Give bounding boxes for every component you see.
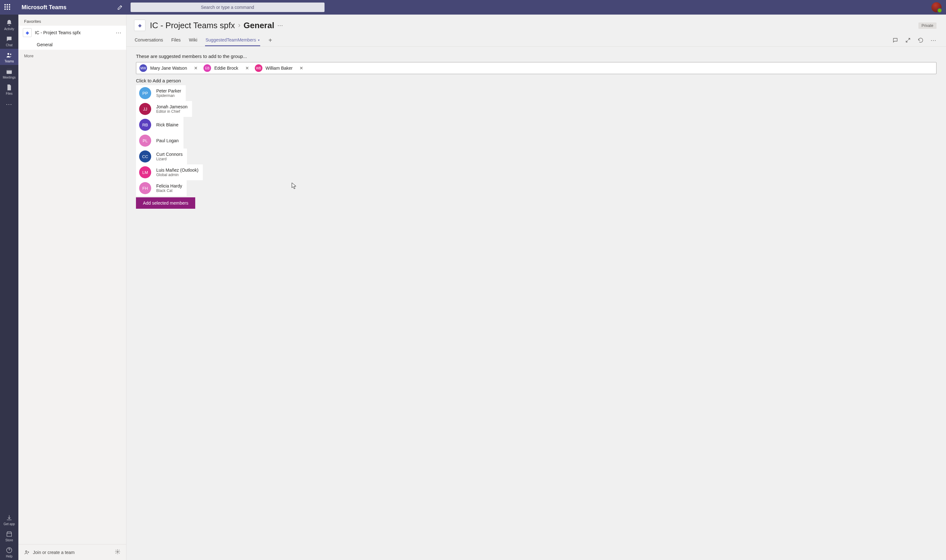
app-title: Microsoft Teams (22, 4, 66, 11)
member-name: Eddie Brock (214, 66, 238, 71)
suggestion-card[interactable]: CCCurt ConnorsLizard (136, 149, 187, 165)
suggestion-name: Paul Logan (156, 138, 179, 143)
tab-more-icon[interactable]: ⋯ (931, 37, 937, 44)
rail-item-activity[interactable]: Activity (0, 17, 18, 32)
app-rail: Activity Chat Teams Meetings Files (0, 15, 18, 560)
suggestion-card[interactable]: PLPaul Logan (136, 133, 183, 149)
panel-footer: Join or create a team (18, 544, 126, 560)
team-more-icon[interactable]: ⋯ (116, 29, 122, 36)
svg-point-6 (117, 551, 119, 553)
avatar-icon: PP (139, 87, 151, 99)
avatar-icon: JJ (139, 103, 151, 115)
refresh-icon[interactable] (918, 37, 923, 43)
rail-item-teams[interactable]: Teams (0, 49, 18, 65)
hint-text: Click to Add a person (136, 78, 937, 83)
suggestion-list: PPPeter ParkerSpidermanJJJonah JamesonEd… (136, 85, 937, 196)
rail-item-meetings[interactable]: Meetings (0, 65, 18, 81)
expand-icon[interactable] (905, 37, 911, 43)
channel-more-icon[interactable]: ⋯ (277, 22, 283, 29)
svg-point-0 (8, 53, 9, 55)
suggestion-name: Luis Mañez (Outlook) (156, 168, 199, 172)
avatar-icon: CC (139, 151, 151, 163)
add-tab-button[interactable]: + (267, 37, 274, 44)
member-name: Mary Jane Watson (150, 66, 187, 71)
tab-suggestedteammembers[interactable]: SuggestedTeamMembers ▾ (205, 34, 260, 46)
avatar-icon: WB (255, 64, 262, 72)
rail-item-chat[interactable]: Chat (0, 32, 18, 49)
selected-member-pill: MWMary Jane Watson✕ (139, 64, 199, 72)
suggestion-name: Curt Connors (156, 152, 183, 157)
team-badge-icon: ◆ (134, 20, 145, 31)
breadcrumb-channel: General (244, 21, 274, 31)
profile-avatar[interactable] (931, 2, 941, 12)
suggestion-name: Peter Parker (156, 88, 181, 94)
suggestion-name: Rick Blaine (156, 122, 179, 127)
remove-member-icon[interactable]: ✕ (193, 66, 199, 71)
rail-item-store[interactable]: Store (0, 528, 18, 544)
store-icon (5, 530, 13, 538)
add-selected-members-button[interactable]: Add selected members (136, 197, 195, 209)
tab-files[interactable]: Files (171, 34, 182, 46)
suggestion-card[interactable]: PPPeter ParkerSpiderman (136, 85, 186, 101)
rail-label: Get app (3, 522, 15, 526)
search-input[interactable]: Search or type a command (131, 3, 325, 12)
rail-label: Help (6, 555, 13, 558)
rail-label: Chat (6, 43, 12, 47)
people-add-icon (24, 549, 30, 555)
channel-header: ◆ IC - Project Teams spfx › General ⋯ Pr… (126, 15, 946, 34)
remove-member-icon[interactable]: ✕ (298, 66, 305, 71)
rail-label: Store (5, 538, 13, 542)
rail-more-icon[interactable]: ⋯ (6, 97, 13, 111)
avatar-icon: EB (203, 64, 211, 72)
reply-icon[interactable] (892, 37, 898, 43)
rail-label: Activity (4, 27, 14, 31)
join-create-team-button[interactable]: Join or create a team (24, 549, 75, 555)
suggestion-name: Jonah Jameson (156, 104, 188, 109)
privacy-badge: Private (918, 23, 937, 29)
suggestion-card[interactable]: FHFelicia HardyBlack Cat (136, 180, 186, 196)
selected-members-box[interactable]: MWMary Jane Watson✕EBEddie Brock✕WBWilli… (136, 62, 937, 74)
chevron-right-icon: › (238, 21, 240, 29)
avatar-icon: MW (139, 64, 147, 72)
tabs-row: Conversations Files Wiki SuggestedTeamMe… (126, 34, 946, 46)
suggestion-subtitle: Editor in Chief (156, 109, 188, 114)
svg-point-1 (10, 54, 11, 55)
tab-wiki[interactable]: Wiki (188, 34, 198, 46)
svg-point-5 (26, 551, 27, 552)
suggestion-card[interactable]: JJJonah JamesonEditor in Chief (136, 101, 192, 117)
section-header-favorites: Favorites (18, 15, 126, 26)
member-name: William Baker (266, 66, 293, 71)
teams-panel: Favorites ◆ IC - Project Teams spfx ⋯ Ge… (18, 15, 126, 560)
calendar-icon (5, 68, 13, 75)
bell-icon (5, 19, 13, 27)
team-name: IC - Project Teams spfx (35, 30, 116, 35)
selected-member-pill: WBWilliam Baker✕ (255, 64, 305, 72)
rail-label: Meetings (3, 76, 16, 79)
remove-member-icon[interactable]: ✕ (244, 66, 250, 71)
team-row[interactable]: ◆ IC - Project Teams spfx ⋯ (18, 26, 126, 40)
rail-item-files[interactable]: Files (0, 81, 18, 97)
download-icon (5, 514, 13, 522)
team-avatar-icon: ◆ (23, 28, 32, 37)
breadcrumb-team[interactable]: IC - Project Teams spfx (150, 21, 235, 31)
title-bar: Microsoft Teams Search or type a command (0, 0, 946, 15)
compose-icon[interactable] (117, 5, 123, 10)
rail-item-help[interactable]: Help (0, 544, 18, 560)
search-placeholder: Search or type a command (201, 5, 254, 10)
main-content: ◆ IC - Project Teams spfx › General ⋯ Pr… (126, 15, 946, 560)
settings-gear-icon[interactable] (115, 549, 120, 555)
rail-label: Teams (5, 60, 14, 63)
rail-label: Files (6, 92, 12, 95)
tab-conversations[interactable]: Conversations (134, 34, 164, 46)
chat-icon (5, 35, 13, 43)
suggestion-card[interactable]: RBRick Blaine (136, 117, 183, 133)
selected-member-pill: EBEddie Brock✕ (203, 64, 250, 72)
app-launcher-icon[interactable] (5, 4, 11, 11)
files-icon (5, 84, 13, 91)
suggestion-card[interactable]: LMLuis Mañez (Outlook)Global admin (136, 165, 203, 180)
suggestion-subtitle: Lizard (156, 157, 183, 161)
channel-general[interactable]: General (18, 40, 126, 50)
rail-item-getapp[interactable]: Get app (0, 512, 18, 528)
more-teams[interactable]: More (18, 50, 126, 62)
chevron-down-icon: ▾ (258, 38, 260, 42)
